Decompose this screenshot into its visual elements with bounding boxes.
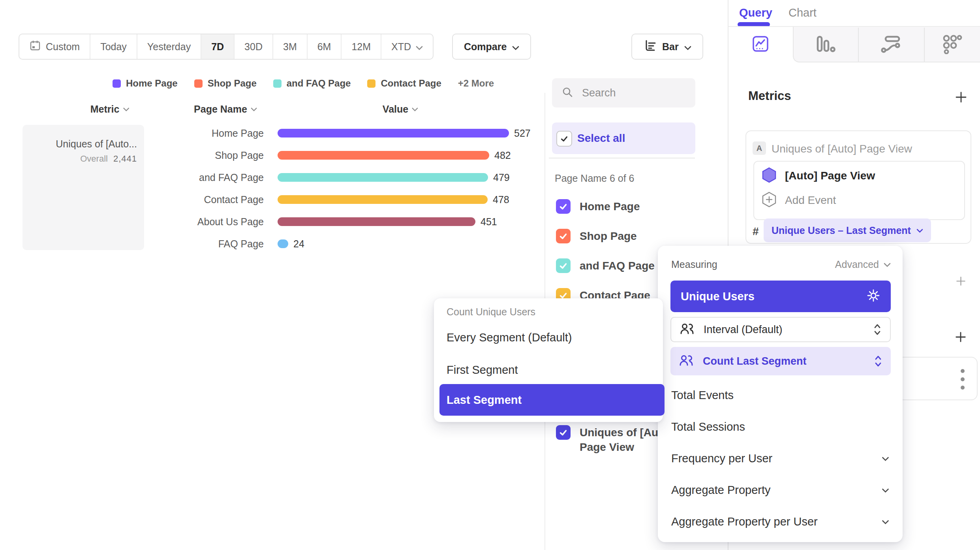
event-card: [Auto] Page View Add Event — [753, 161, 965, 220]
option-label: Aggregate Property — [671, 484, 770, 497]
filter-item-label: Home Page — [580, 200, 640, 213]
chevron-down-icon — [882, 488, 889, 493]
range-label: 6M — [317, 41, 331, 53]
add-breakdown-button[interactable] — [955, 331, 967, 345]
range-label: 12M — [351, 41, 371, 53]
measure-option-total-events[interactable]: Total Events — [671, 389, 889, 402]
chart-legend: Home PageShop Pageand FAQ PageContact Pa… — [113, 78, 494, 89]
chart-type-button[interactable]: Bar — [631, 34, 703, 60]
add-metric-button[interactable] — [955, 91, 967, 105]
check-icon — [559, 232, 568, 241]
legend-item[interactable]: Home Page — [113, 78, 178, 89]
legend-label: and FAQ Page — [287, 78, 351, 89]
filter-item[interactable]: Shop Page — [552, 225, 695, 247]
range-30d[interactable]: 30D — [235, 34, 273, 59]
measure-option-aggregate-property[interactable]: Aggregate Property — [671, 484, 889, 497]
advanced-toggle[interactable]: Advanced — [835, 259, 891, 270]
flows-icon — [881, 34, 901, 55]
search-input[interactable] — [581, 87, 678, 100]
event-hexagon-icon — [762, 167, 776, 185]
tab-retention[interactable] — [924, 27, 980, 62]
people-icon — [679, 354, 693, 368]
bar-row-label: Shop Page — [0, 150, 264, 161]
bar-chart-icon — [643, 39, 657, 55]
tab-query[interactable]: Query — [739, 6, 772, 19]
filter-item[interactable]: Home Page — [552, 196, 695, 218]
gear-icon[interactable] — [866, 288, 880, 304]
insights-icon — [751, 35, 770, 55]
legend-more[interactable]: +2 More — [458, 78, 494, 89]
column-header-value[interactable]: Value — [383, 104, 418, 115]
range-today[interactable]: Today — [90, 34, 137, 59]
compare-button[interactable]: Compare — [452, 34, 531, 60]
select-all-checkbox[interactable] — [556, 131, 572, 147]
bar-segment — [278, 129, 509, 138]
legend-item[interactable]: Shop Page — [194, 78, 257, 89]
measure-option-aggregate-property-per-user[interactable]: Aggregate Property per User — [671, 515, 889, 528]
option-label: Total Sessions — [671, 420, 745, 433]
option-label: Frequency per User — [671, 452, 772, 465]
menu-option-last-segment[interactable]: Last Segment — [439, 384, 665, 416]
tab-insights[interactable] — [728, 27, 793, 62]
measure-row-interval[interactable]: Interval (Default) — [670, 317, 891, 342]
chevron-down-icon — [416, 41, 423, 53]
legend-swatch — [194, 79, 203, 88]
range-label: 30D — [244, 41, 263, 53]
kebab-menu-icon[interactable] — [960, 368, 965, 392]
funnels-icon — [815, 34, 836, 55]
range-yesterday[interactable]: Yesterday — [137, 34, 201, 59]
measure-option-unique-users[interactable]: Unique Users — [670, 281, 891, 312]
range-12m[interactable]: 12M — [342, 34, 381, 59]
chevron-down-icon — [412, 107, 418, 111]
checkbox[interactable] — [556, 258, 571, 273]
chevron-down-icon — [882, 520, 889, 524]
menu-option-first-segment[interactable]: First Segment — [447, 364, 518, 377]
selected-option-label: Last Segment — [447, 394, 522, 407]
add-event-button[interactable]: Add Event — [785, 194, 836, 207]
menu-option-every-segment[interactable]: Every Segment (Default) — [447, 331, 572, 344]
metrics-title: Metrics — [748, 89, 791, 103]
event-name[interactable]: [Auto] Page View — [785, 170, 875, 182]
bar-row-label: Contact Page — [0, 194, 264, 205]
bar-row-label: and FAQ Page — [0, 172, 264, 183]
range-label: 7D — [211, 41, 224, 53]
legend-swatch — [113, 79, 121, 88]
range-7d[interactable]: 7D — [201, 34, 235, 59]
checkbox[interactable] — [556, 199, 571, 214]
column-header-page-name[interactable]: Page Name — [194, 104, 257, 115]
measure-row-count-last-segment[interactable]: Count Last Segment — [670, 347, 891, 375]
legend-swatch — [273, 79, 282, 88]
checkbox[interactable] — [556, 229, 571, 243]
metric-badge: A — [753, 141, 766, 155]
option-label: Aggregate Property per User — [671, 515, 818, 528]
measure-option-total-sessions[interactable]: Total Sessions — [671, 420, 889, 433]
selected-measure-label: Unique Users — [681, 290, 755, 303]
table-row: and FAQ Page479 — [0, 166, 531, 188]
range-6m[interactable]: 6M — [308, 34, 342, 59]
check-icon — [560, 134, 569, 143]
compare-label: Compare — [464, 41, 507, 53]
range-custom[interactable]: Custom — [19, 34, 90, 59]
legend-item[interactable]: and FAQ Page — [273, 78, 351, 89]
column-header-metric[interactable]: Metric — [90, 104, 130, 115]
measure-pill[interactable]: Unique Users – Last Segment — [764, 218, 931, 242]
measure-pill-label: Unique Users – Last Segment — [772, 225, 911, 236]
measure-option-frequency-per-user[interactable]: Frequency per User — [671, 452, 889, 465]
tab-flows[interactable] — [858, 27, 924, 62]
filter-item-label: Shop Page — [580, 230, 637, 243]
bar-value: 24 — [293, 238, 304, 250]
range-label: Today — [100, 41, 127, 53]
chevron-down-icon — [684, 41, 691, 53]
legend-item[interactable]: Contact Page — [367, 78, 441, 89]
checkbox[interactable] — [556, 425, 571, 440]
select-all-row[interactable]: Select all — [552, 122, 695, 154]
plus-icon — [955, 91, 967, 104]
tab-funnels[interactable] — [793, 27, 858, 62]
advanced-label: Advanced — [835, 259, 879, 270]
header-label: Metric — [90, 104, 120, 115]
bar-segment — [278, 173, 488, 182]
add-filter-button[interactable] — [956, 276, 966, 288]
range-3m[interactable]: 3M — [273, 34, 308, 59]
range-xtd[interactable]: XTD — [381, 34, 433, 59]
tab-chart[interactable]: Chart — [789, 6, 817, 19]
